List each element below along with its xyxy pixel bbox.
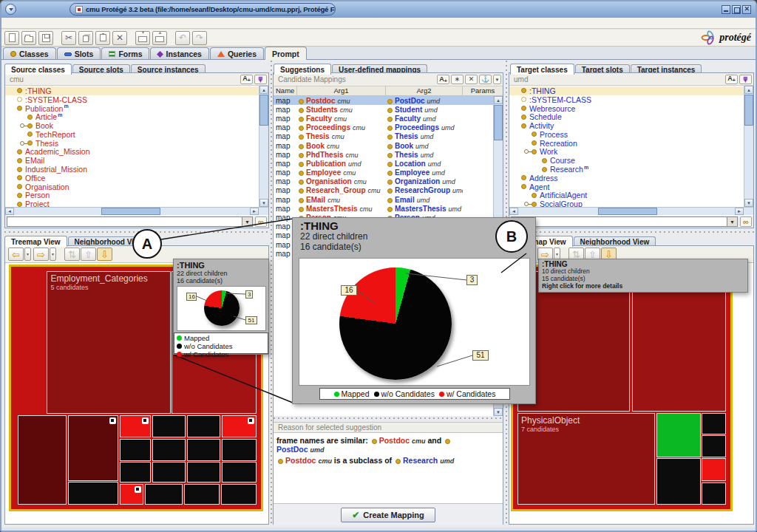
mapping-row[interactable]: map Facultycmu Facultyumd <box>274 114 493 123</box>
tree-row[interactable]: Office <box>5 174 268 183</box>
treemap-cell[interactable] <box>184 484 220 505</box>
treemap-cell[interactable] <box>145 484 182 505</box>
tree-row[interactable]: Course <box>509 156 753 165</box>
treemap-cell[interactable] <box>120 415 151 437</box>
tree-row[interactable]: :THING <box>509 86 753 95</box>
treemap-cell[interactable] <box>120 462 151 482</box>
menu-item[interactable] <box>24 27 35 28</box>
nav-sync-button[interactable]: ⇅ <box>64 248 80 261</box>
remove-suggestion-button[interactable]: ✕ <box>465 75 478 84</box>
tree-row[interactable]: Organisation <box>5 183 268 191</box>
tree-row[interactable]: EMail <box>5 156 268 165</box>
cut-button[interactable]: ✂ <box>61 31 76 45</box>
find-class-button[interactable]: A+ <box>725 75 738 84</box>
expand-toggle-icon[interactable] <box>20 140 27 146</box>
mapping-row[interactable]: map Studentscmu Studentumd <box>274 105 493 114</box>
nav-down-button[interactable]: ⇩ <box>97 248 112 261</box>
treemap-cell[interactable] <box>152 462 186 482</box>
paste-button[interactable] <box>95 31 110 45</box>
treemap-cell[interactable] <box>222 439 257 461</box>
scroll-down-icon[interactable]: ▼ <box>259 199 268 207</box>
treemap-cell[interactable] <box>702 482 726 505</box>
tree-row[interactable]: ArtificialAgent <box>509 191 753 200</box>
anchor-button[interactable]: ⚓ <box>479 75 492 84</box>
delete-button[interactable]: ✕ <box>112 31 127 45</box>
maximize-button[interactable] <box>732 5 741 14</box>
mapping-row[interactable]: map EMailcmu Emailumd <box>274 195 493 204</box>
menu-item[interactable] <box>55 27 66 28</box>
system-menu-button[interactable] <box>5 4 16 15</box>
tree-row[interactable]: :SYSTEM-CLASS <box>509 95 753 104</box>
tree-row[interactable]: Research m <box>509 165 753 174</box>
scroll-left-icon[interactable]: ◄ <box>509 208 518 215</box>
tree-row[interactable]: :SYSTEM-CLASS <box>5 95 268 104</box>
tree-row[interactable]: SocialGroup <box>509 200 753 207</box>
menu-item[interactable] <box>14 27 24 28</box>
treemap-cell[interactable] <box>222 462 257 482</box>
undo-button[interactable]: ↶ <box>175 31 190 45</box>
treemap-cell[interactable] <box>222 415 257 437</box>
menu-item[interactable] <box>4 27 14 28</box>
treemap-cell[interactable] <box>68 415 118 480</box>
tree-row[interactable]: Person <box>5 191 268 200</box>
main-tab[interactable]: Forms <box>101 47 149 60</box>
treemap-cell[interactable] <box>187 462 220 482</box>
tree-row[interactable]: Address <box>509 174 753 183</box>
mapping-row[interactable]: map Thesiscmu Thesisumd <box>274 132 493 141</box>
tree-row[interactable]: Schedule <box>509 112 753 121</box>
class-hierarchy-button[interactable]: ⋔ <box>739 75 752 84</box>
tree-row[interactable]: Thesis <box>5 139 268 148</box>
tree-row[interactable]: Activity <box>509 121 753 130</box>
create-mapping-button[interactable]: ✔ Create Mapping <box>341 508 435 522</box>
tree-row[interactable]: Project <box>5 200 268 207</box>
combo-dropdown-icon[interactable]: ▼ <box>727 217 737 226</box>
source-subtab[interactable]: Source classes <box>4 64 72 75</box>
treemap-cell[interactable] <box>18 415 67 505</box>
mapping-row[interactable]: map Research_Groupcmu ResearchGroupumd <box>274 186 493 195</box>
open-project-button[interactable] <box>21 31 36 45</box>
treemap-cell[interactable] <box>120 439 151 461</box>
nav-up-button[interactable]: ⇧ <box>81 248 96 261</box>
class-hierarchy-button[interactable]: ⋔ <box>254 75 267 84</box>
tree-row[interactable]: Academic_Mission <box>5 148 268 157</box>
mapping-row[interactable]: map PhdThesiscmu Thesisumd <box>274 150 493 159</box>
new-project-button[interactable] <box>4 31 19 45</box>
expand-toggle-icon[interactable] <box>524 149 532 154</box>
nav-forward-button[interactable]: ⇨ <box>33 248 49 261</box>
main-tab[interactable]: Instances <box>150 47 208 60</box>
treemap-cell[interactable] <box>656 458 700 505</box>
tree-row[interactable]: Agent <box>509 183 753 191</box>
scroll-up-icon[interactable]: ▲ <box>494 96 503 104</box>
tree-row[interactable]: Process <box>509 130 753 139</box>
treemap-cell[interactable]: Employment_Categories 5 candidates <box>47 271 170 414</box>
combo-dropdown-icon[interactable]: ▼ <box>242 217 252 226</box>
search-binoculars-button[interactable]: ∞ <box>740 216 752 227</box>
treemap-cell[interactable] <box>120 484 144 505</box>
target-tree-vscrollbar[interactable]: ▲ ▼ <box>744 86 753 207</box>
scroll-down-icon[interactable]: ▼ <box>744 199 753 207</box>
mapping-row[interactable]: map Bookcmu Bookumd <box>274 141 493 150</box>
search-binoculars-button[interactable]: ∞ <box>255 216 267 227</box>
view-subtab[interactable]: Treemap View <box>4 236 67 247</box>
collapse-button[interactable]: ∗ <box>451 75 464 84</box>
menu-item[interactable] <box>35 27 45 28</box>
mapping-row[interactable]: map MastersThesiscmu MastersThesisumd <box>274 204 493 213</box>
tree-row[interactable]: Work <box>509 148 753 157</box>
tree-row[interactable]: Industrial_Mission <box>5 165 268 174</box>
treemap-cell[interactable] <box>187 415 220 437</box>
target-subtab[interactable]: Target classes <box>510 64 574 75</box>
scroll-right-icon[interactable]: ► <box>250 208 259 215</box>
main-tab[interactable]: Queries <box>210 47 264 60</box>
target-treemap[interactable]: Agent 4 candidates PhysicalObject 7 cand… <box>511 265 733 511</box>
minimize-button[interactable] <box>722 5 730 14</box>
main-tab[interactable]: Prompt <box>265 47 307 60</box>
mapping-row[interactable]: map Publicationumd Locationumd <box>274 159 493 168</box>
treemap-cell[interactable] <box>702 458 726 482</box>
tree-row[interactable]: Publication m <box>5 104 268 113</box>
scroll-up-icon[interactable]: ▲ <box>744 86 753 94</box>
treemap-cell[interactable] <box>68 482 118 505</box>
menu-item[interactable] <box>66 27 76 28</box>
mapping-row[interactable]: map Organisationcmu Organizationumd <box>274 177 493 186</box>
target-tree-hscrollbar[interactable]: ◄ ► <box>509 207 753 215</box>
main-tab[interactable]: Slots <box>57 47 101 60</box>
